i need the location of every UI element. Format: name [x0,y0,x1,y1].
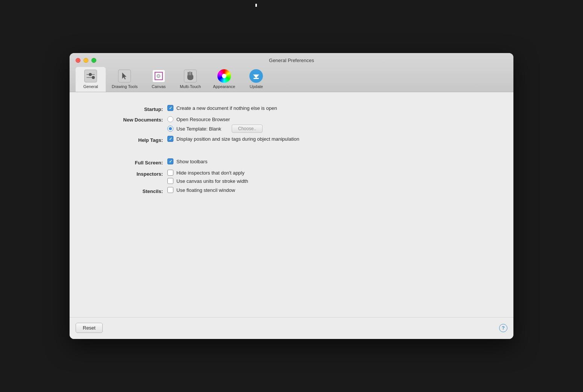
stencils-label: Stencils: [85,185,167,197]
new-documents-label: New Documents: [85,115,167,134]
preferences-window: General Preferences General [70,53,513,339]
drawing-tools-icon [118,69,131,83]
reset-button[interactable]: Reset [76,323,103,333]
help-button[interactable]: ? [499,324,507,332]
minimize-button[interactable] [84,58,88,63]
tab-general[interactable]: General [76,67,106,92]
hide-inspectors-text: Hide inspectors that don't apply [176,170,244,176]
inspectors-controls: Hide inspectors that don't apply Use can… [167,168,498,185]
tab-drawing-tools[interactable]: Drawing Tools [106,67,144,92]
display-tags-checkbox[interactable] [167,136,173,142]
open-resource-browser-row: Open Resource Browser [167,116,498,122]
titlebar: General Preferences General [70,53,513,92]
use-canvas-units-text: Use canvas units for stroke width [176,178,248,184]
help-tags-label: Help Tags: [85,134,167,146]
choose-button[interactable]: Choose.. [232,125,263,133]
startup-row: Create a new document if nothing else is… [167,105,498,111]
tab-update-label: Update [250,84,263,89]
svg-rect-1 [188,72,189,76]
tab-canvas-label: Canvas [152,84,165,89]
display-tags-row: Display position and size tags during ob… [167,136,498,142]
traffic-lights [76,58,96,63]
tab-multi-touch[interactable]: Multi-Touch [174,67,207,92]
tab-drawing-tools-label: Drawing Tools [112,84,138,89]
bottom-bar: Reset ? [70,317,513,339]
content-area: Startup: Create a new document if nothin… [70,92,513,317]
show-toolbars-row: Show toolbars [167,158,498,164]
hide-inspectors-row: Hide inspectors that don't apply [167,170,498,176]
new-documents-controls: Open Resource Browser Use Template: Blan… [167,115,498,134]
use-template-radio[interactable] [167,126,173,132]
titlebar-top: General Preferences [76,58,507,63]
full-screen-controls: Show toolbars [167,157,498,168]
multi-touch-icon [184,69,197,83]
help-tags-controls: Display position and size tags during ob… [167,134,498,146]
create-new-doc-checkbox[interactable] [167,105,173,111]
use-canvas-units-checkbox[interactable] [167,178,173,184]
use-floating-text: Use floating stencil window [176,187,235,193]
inspectors-label: Inspectors: [85,168,167,185]
maximize-button[interactable] [91,58,96,63]
settings-grid: Startup: Create a new document if nothin… [85,103,498,197]
hide-inspectors-checkbox[interactable] [167,170,173,176]
general-icon [84,69,97,83]
use-template-row: Use Template: Blank Choose.. [167,125,498,133]
spacer-2 [167,146,498,157]
svg-marker-0 [122,73,126,79]
create-new-doc-text: Create a new document if nothing else is… [176,105,277,111]
cursor-svg [120,72,129,80]
display-tags-text: Display position and size tags during ob… [176,136,299,142]
tab-appearance-label: Appearance [213,84,235,89]
use-template-text: Use Template: Blank [176,126,221,132]
tab-appearance[interactable]: Appearance [207,67,241,92]
use-floating-checkbox[interactable] [167,187,173,193]
use-canvas-units-row: Use canvas units for stroke width [167,178,498,184]
toolbar: General Drawing Tools [76,67,507,92]
startup-controls: Create a new document if nothing else is… [167,103,498,115]
full-screen-label: Full Screen: [85,157,167,168]
tab-general-label: General [83,84,98,89]
canvas-icon: ⚙ [152,69,165,83]
use-floating-row: Use floating stencil window [167,187,498,193]
startup-label: Startup: [85,103,167,115]
window-title: General Preferences [269,58,314,63]
tab-multi-touch-label: Multi-Touch [180,84,201,89]
tab-canvas[interactable]: ⚙ Canvas [144,67,174,92]
open-resource-browser-radio[interactable] [167,116,173,122]
stencils-controls: Use floating stencil window [167,185,498,197]
spacer-1 [85,146,167,157]
tab-update[interactable]: Update [241,67,271,92]
appearance-icon [217,69,231,83]
hand-svg [186,71,195,81]
show-toolbars-text: Show toolbars [176,159,207,164]
show-toolbars-checkbox[interactable] [167,158,173,164]
update-icon [249,69,263,83]
close-button[interactable] [76,58,80,63]
open-resource-browser-text: Open Resource Browser [176,117,230,122]
